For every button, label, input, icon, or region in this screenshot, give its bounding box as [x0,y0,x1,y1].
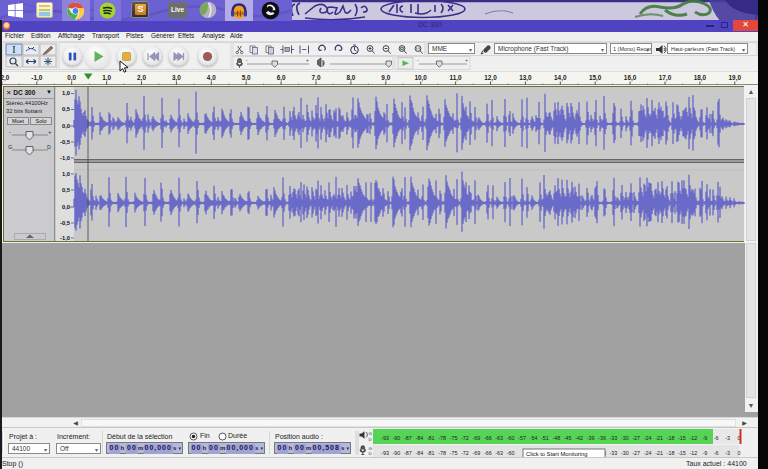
svg-text:5,0: 5,0 [242,74,251,82]
svg-text:-27: -27 [632,435,640,441]
svg-text:3,0: 3,0 [172,74,181,82]
svg-text:-57: -57 [518,435,526,441]
svg-text:-78: -78 [438,435,446,441]
svg-text:-12: -12 [689,450,697,456]
svg-text:-18: -18 [667,435,675,441]
svg-text:-72: -72 [461,435,469,441]
svg-text:-45: -45 [564,435,572,441]
svg-text:19,0: 19,0 [729,74,742,82]
svg-text:-18: -18 [667,450,675,456]
svg-text:-48: -48 [552,435,560,441]
svg-text:+: + [306,57,309,63]
svg-text:-90: -90 [393,450,401,456]
svg-text:-36: -36 [598,435,606,441]
svg-text:-75: -75 [450,450,458,456]
svg-text:-75: -75 [450,435,458,441]
svg-text:8,0: 8,0 [346,74,355,82]
svg-text:-: - [246,57,248,63]
svg-text:+: + [465,57,468,63]
svg-text:-30: -30 [621,435,629,441]
svg-text:14,0: 14,0 [554,74,567,82]
svg-text:-66: -66 [484,435,492,441]
svg-text:12,0: 12,0 [484,74,497,82]
svg-text:-93: -93 [381,450,389,456]
svg-text:-84: -84 [415,435,423,441]
svg-text:-72: -72 [461,450,469,456]
svg-text:-9: -9 [702,435,707,441]
svg-text:-69: -69 [473,435,481,441]
svg-text:-54: -54 [530,435,538,441]
svg-text:-3: -3 [725,450,730,456]
svg-text:1,0: 1,0 [102,74,111,82]
svg-text:-81: -81 [427,450,435,456]
svg-text:-60: -60 [507,435,515,441]
svg-text:-6: -6 [714,435,719,441]
svg-text:-66: -66 [484,450,492,456]
svg-text:6,0: 6,0 [277,74,286,82]
svg-text:I: I [12,44,15,55]
svg-text:-21: -21 [655,450,663,456]
svg-text:-93: -93 [381,435,389,441]
svg-text:-87: -87 [404,435,412,441]
svg-text:-90: -90 [393,435,401,441]
svg-text:-24: -24 [644,435,652,441]
svg-text:-30: -30 [621,450,629,456]
svg-text:-1,0: -1,0 [31,74,42,82]
svg-text:2,0: 2,0 [137,74,146,82]
svg-text:11,0: 11,0 [450,74,463,82]
svg-text:-87: -87 [404,450,412,456]
svg-text:-21: -21 [655,435,663,441]
svg-text:D: D [369,437,372,442]
svg-text:-27: -27 [632,450,640,456]
svg-text:G: G [369,446,373,451]
svg-text:-63: -63 [495,450,503,456]
svg-text:15,0: 15,0 [589,74,602,82]
svg-text:-60: -60 [507,450,515,456]
svg-text:7,0: 7,0 [312,74,321,82]
svg-text:-84: -84 [415,450,423,456]
svg-text:10,0: 10,0 [414,74,427,82]
svg-text:-24: -24 [644,450,652,456]
svg-text:-63: -63 [495,435,503,441]
svg-text:-69: -69 [473,450,481,456]
svg-text:-12: -12 [689,435,697,441]
svg-text:17,0: 17,0 [659,74,672,82]
svg-text:-42: -42 [575,435,583,441]
svg-text:16,0: 16,0 [624,74,637,82]
svg-text:0,0: 0,0 [67,74,76,82]
svg-text:-3: -3 [725,435,730,441]
svg-text:9,0: 9,0 [381,74,390,82]
svg-text:-15: -15 [678,435,686,441]
svg-text:-6: -6 [714,450,719,456]
svg-text:-15: -15 [678,450,686,456]
svg-text:-51: -51 [541,435,549,441]
svg-text:-9: -9 [702,450,707,456]
svg-text:0: 0 [738,450,741,456]
svg-text:4,0: 4,0 [207,74,216,82]
svg-text:18,0: 18,0 [694,74,707,82]
svg-text:G: G [369,431,373,436]
svg-text:-78: -78 [438,450,446,456]
svg-text:13,0: 13,0 [519,74,532,82]
svg-text:-39: -39 [587,435,595,441]
svg-text:-33: -33 [610,435,618,441]
svg-text:D: D [369,451,372,456]
svg-text:-81: -81 [427,435,435,441]
svg-text:-: - [417,57,419,63]
svg-text:-33: -33 [610,450,618,456]
